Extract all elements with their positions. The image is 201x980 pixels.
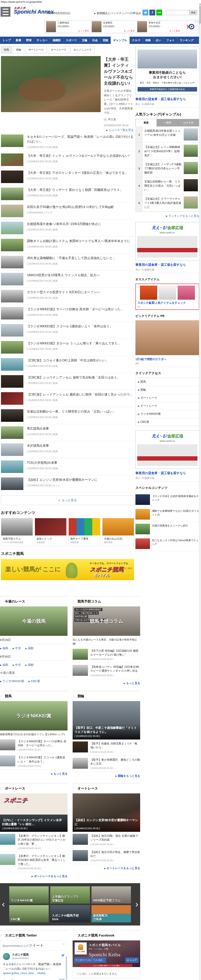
quick-access-link-ラジオNIKKEI賞[interactable]: ▶ラジオNIKKEI賞	[136, 410, 199, 418]
carousel-tile[interactable]: 上半期のグランプリ宝塚記念	[50, 886, 90, 904]
recommend-card[interactable]: 海外ターフ事情木曜更新	[69, 518, 100, 546]
graded-link-CBC賞[interactable]: ▶CBC賞	[29, 679, 40, 683]
news-title[interactable]: 【ラジオNIKKEI賞】サーパス好舞台 高木師「ダービーは長かった」	[27, 307, 134, 312]
facebook-like-button[interactable]: f このページに「いいね!」	[74, 958, 106, 963]
news-title[interactable]: 【CBC賞】ショウナンアンセム 放牧で気分転換「左回りは合う」	[27, 375, 134, 380]
tweet[interactable]: スポニチ競馬@sponichikeibaキセキ&ロジャーバローズ、凱旋門賞へ 角…	[0, 951, 67, 980]
sidebar-ad-sanki-2[interactable]: 見え~る!倉庫広場 www.sanki.cc	[136, 430, 199, 469]
module-list-item[interactable]: 【多摩川・グランドチャンピオン】柳沢SG初V 師匠原田も歓喜「獲るべくして獲った…	[0, 852, 67, 872]
tweet-author-name[interactable]: スポニチ競馬	[12, 953, 29, 956]
news-title[interactable]: 【CBC賞】コウセイ暑さOK!上原師「中京は相性がいい」	[27, 358, 134, 363]
ad-store-card[interactable]: 谷塚東店270,000円~もっと見る	[91, 21, 136, 33]
widget-scrollbar[interactable]	[66, 956, 67, 980]
auto-hero-image[interactable]: 【浜松】エンジン充実!鈴木宏が優勝戦キーマンに[ 2019年6月25日 05:3…	[73, 794, 140, 832]
recommend-card[interactable]: 競馬予想コラムレース当日8時頃更新	[1, 518, 33, 546]
module-item-title[interactable]: 【浜松】地元33期・落合 先輩の威厳でシリーズ初白星	[90, 834, 140, 842]
module-item-title[interactable]: 【取手】東が単騎選択、勝負どころの動きに注目	[90, 758, 140, 766]
nav-item-トップ[interactable]: トップ	[0, 37, 13, 44]
news-list-item[interactable]: 【ラジオNIKKEI賞】ダカール うっぷん晴らす「乗り込んできた」[ 2019年…	[1, 339, 134, 356]
module-list-item[interactable]: 【取手】佐藤友 冷静沈着まくりV「俺、強いから」[ 2019年6月21日 05:…	[73, 740, 140, 756]
ranking-item-title[interactable]: 【宝塚記念】レーン神騎乗締め!リス牝馬4頭目V導く 短期免許…	[143, 143, 184, 160]
info-icon[interactable]: i	[62, 943, 65, 946]
subnav-tab-競馬[interactable]: 競馬	[1, 46, 12, 53]
carousel-prev-button[interactable]: ‹	[2, 900, 5, 908]
tweet-author-handle[interactable]: @sponichikeiba	[12, 957, 29, 959]
ranking-item[interactable]: 1京都競馬場23年春全面リニューアル!来年11月より休催	[136, 126, 199, 143]
track-link-函館[interactable]: ▶函館	[26, 646, 34, 650]
news-title[interactable]: ガラケー型スマホ投票サイト 8月30日にオープンへ	[27, 290, 134, 294]
yoso-more-link[interactable]: ▶もっと見る	[73, 681, 140, 685]
subnav-tab-ボートレース[interactable]: ボートレース	[26, 46, 47, 53]
boat-more-link[interactable]: ▶ボートレースをもっと見る	[0, 875, 67, 878]
special-content-item[interactable]: 気になるニオイ対策はYahoo!検索でチェック	[136, 536, 199, 551]
news-list-item[interactable]: 【CBC賞】ショウナンアンセム 放牧で気分転換「左回りは合う」[ 2019年6月…	[1, 373, 134, 390]
nav-item-社会[interactable]: 社会	[90, 37, 100, 44]
nav-item-フォト[interactable]: フォト	[164, 37, 177, 44]
facebook-share-button[interactable]: ➦ シェア	[125, 958, 139, 963]
news-list-item[interactable]: TCK(大井競馬)出来事[ 2019年6月25日 05:30 ] 競馬	[1, 458, 134, 475]
carousel-tile[interactable]: スポニチAI競馬予想SIVA	[50, 905, 90, 923]
module-list-item[interactable]: 【馬券道コバヤシ 特別編】23日東京9R スピード通用サトノギャロス押し切る[ …	[73, 663, 140, 679]
menu-icon[interactable]	[1, 7, 10, 17]
module-list-item[interactable]: 【多摩川・グランドチャンピオン】柳沢 20年目の初SG!コンマ01スタートから独…	[0, 832, 67, 852]
hero-tag[interactable]: ▶帝王賞	[104, 118, 134, 121]
twitter-icon[interactable]	[142, 10, 148, 16]
bikkuri-link[interactable]: 1日1錠で理想のカラダへ	[136, 357, 199, 361]
hero-title[interactable]: 【大井・帝王賞】インティ ルヴァンス&ゴールド不在なら主役譲れない!	[104, 56, 134, 86]
ranking-item-title[interactable]: 宝塚記念制覇から一夜、リス陣営安どの笑み「元気いっぱい」	[143, 177, 184, 194]
news-title[interactable]: 京都競馬場大改修へ!来年11月~23年3月開催が休止に	[27, 222, 134, 226]
ad-store-card[interactable]: 草加中央店270,000円~もっと見る	[136, 21, 182, 33]
news-title[interactable]: 水沢競馬出来事	[27, 443, 134, 448]
news-list-link[interactable]: ▶ニュース一覧を見る	[1, 128, 134, 132]
news-list-item[interactable]: キセキ&ロジャーバローズ、凱旋門賞へ 角居師「レベルの高い2頭で行けるのはいい」…	[1, 132, 134, 151]
retweet-icon[interactable]: ⇄	[11, 978, 13, 980]
boat-hero-image[interactable]: スポニチ 【びわこ・イースタンヤング】イケメン永井 目標は優勝「いい節目…[ 2…	[0, 794, 67, 832]
news-title[interactable]: 【浜松】エンジン充実!鈴木宏が優勝戦キーマンに	[27, 477, 134, 482]
module-item-title[interactable]: 【多摩川・グランドチャンピオン】柳沢SG初V 師匠原田も歓喜「獲るべくして獲った…	[18, 854, 67, 866]
nav-item-芸能[interactable]: 芸能	[100, 37, 111, 44]
module-list-item[interactable]: 【寺下の変 特別編】23日函館11R 連闘ルマーカーブルの“逃げ推し”[ 201…	[73, 647, 140, 663]
news-title[interactable]: 帯広競馬出来事	[27, 426, 134, 431]
subnav-tab-カジノニュース[interactable]: カジノニュース	[70, 46, 95, 53]
quick-access-link-ボートレース[interactable]: ▶ボートレース	[136, 394, 199, 402]
news-list-item[interactable]: 【CBC賞】レッドアンシェル 最終追いに期待「前回が凄く良かったので」[ 201…	[1, 390, 134, 407]
news-title[interactable]: JRA 禁止薬物騒動に「不備を手直しして防止策強化しないと」	[27, 256, 134, 261]
news-list-item[interactable]: 【浜松】エンジン充実!鈴木宏が優勝戦キーマンに[ 2019年6月25日 05:3…	[1, 475, 134, 492]
ranking-tab-一週間[interactable]: 一週間	[157, 119, 178, 126]
ranking-tab-おすすめ[interactable]: おすすめ	[178, 119, 199, 126]
ad-store-more-link[interactable]: もっと見る	[57, 29, 89, 32]
bikkuri-ad-image[interactable]	[136, 320, 199, 355]
nav-item-スポーツ[interactable]: スポーツ	[64, 37, 80, 44]
recommend-card[interactable]: 今週の丸山元気!随時更新	[102, 518, 134, 546]
weekly-hero-image[interactable]: 今週の競馬	[0, 606, 67, 636]
sidebar-ad-mitsuki[interactable]: 事業用不動産のことなら おまかせください! 東京・埼玉・神奈川・千葉の物件を取り…	[136, 46, 199, 95]
tweet-hashtag[interactable]: #keiba	[37, 972, 45, 975]
news-title[interactable]: 【ラジオNIKKEI賞】ダカール うっぷん晴らす「乗り込んできた」	[27, 341, 134, 346]
special-content-item[interactable]: 【ラジオ日本】大好評!競馬実況番組をチェック	[136, 492, 199, 507]
special-content-item[interactable]: 運動でも食事制限でもない!話題のダイエット法	[136, 507, 199, 522]
news-list-item[interactable]: JRA 禁止薬物騒動に「不備を手直しして防止策強化しないと」[ 2019年6月2…	[1, 254, 134, 270]
page-scrollbar[interactable]: ▲	[199, 3, 201, 980]
nav-item-特集[interactable]: 特集	[143, 37, 153, 44]
line-icon[interactable]: LINE	[156, 10, 162, 16]
track-link-函館[interactable]: ▶函館	[26, 663, 34, 667]
sanki-ad-link[interactable]: 事業用の貸倉庫・貸工場を探すなら	[136, 262, 199, 267]
news-list-item[interactable]: 調教タイム自動計測システム 東西Wコースでも導入へ!再来年年末までに[ 2019…	[1, 237, 134, 254]
track-link-福島[interactable]: ▶福島	[0, 646, 8, 650]
news-list-item[interactable]: 武田久美子50歳が激ヤセ!私(45)も宿便5キロ剥がして9.9kg減![ SPO…	[1, 202, 134, 220]
news-title[interactable]: TCK(大井競馬)出来事	[27, 460, 134, 465]
nav-item-ランキング[interactable]: ランキング	[177, 37, 196, 44]
scrollbar-thumb[interactable]	[199, 6, 201, 24]
ad-info-close-icon[interactable]: ⓘ ✕	[194, 21, 198, 23]
module-title[interactable]: 〉今週のレース	[0, 599, 67, 604]
yoso-hero-image[interactable]: 【レース当日午前8時頃更新】東京、大阪の6記者による特別予想公開!万哲の乱 本社…	[73, 606, 140, 636]
subscribe-link[interactable]: ▶新聞購読とバックナンバーの申込み	[94, 11, 141, 15]
quick-access-link-競馬[interactable]: ▶競馬	[136, 378, 199, 386]
keiba-hero-image[interactable]: ラジオNIKKEI賞	[0, 701, 67, 730]
module-list-item[interactable]: 【ラジオNIKKEI賞】スコール 1週前追い上々「条件は合う」[ 2019年6月…	[0, 753, 67, 770]
carousel-tile[interactable]: ラジオNIKKEI賞	[9, 886, 49, 904]
track-link-中京[interactable]: ▶中京	[13, 663, 21, 667]
module-title[interactable]: 〉競馬予想コラム	[73, 599, 140, 604]
ad-store-more-link[interactable]: もっと見る	[148, 29, 180, 32]
search-input[interactable]	[166, 10, 190, 15]
